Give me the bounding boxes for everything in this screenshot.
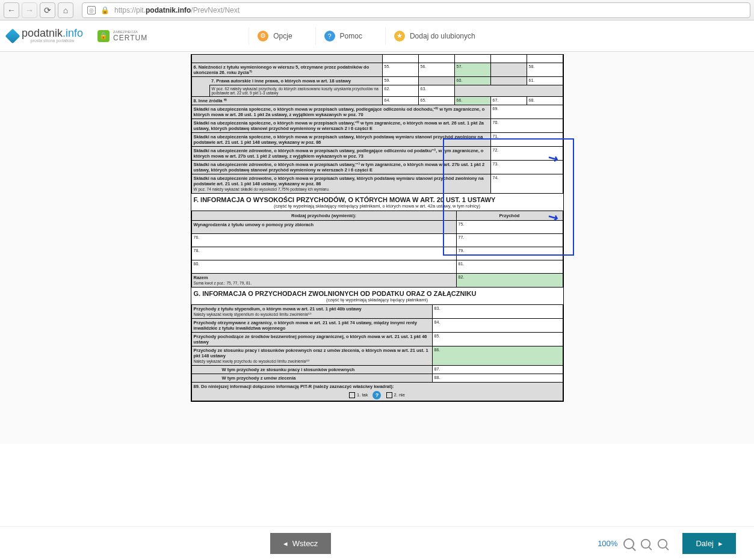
cell-67[interactable]: 67.: [490, 97, 527, 105]
toolbar-pomoc[interactable]: ?Pomoc: [315, 27, 371, 45]
section-g-table: Przychody z tytułu stypendium, o którym …: [191, 304, 563, 401]
cell-84[interactable]: 84.: [432, 319, 563, 333]
logo-icon: [5, 28, 20, 43]
cell-65[interactable]: 65.: [418, 97, 454, 105]
row70-label: Składki na ubezpieczenia społeczne, o kt…: [191, 119, 490, 133]
row73-label: Składki na ubezpieczenie zdrowotne, o kt…: [191, 161, 490, 174]
certum-lock-icon: 🔒: [97, 30, 110, 42]
row71-label: Składki na ubezpieczenia społeczne, o kt…: [191, 133, 490, 147]
help-icon: ?: [324, 31, 335, 42]
cell-75[interactable]: 75.: [456, 221, 563, 234]
row7-label: 7. Prawa autorskie i inne prawa, o który…: [209, 77, 382, 85]
cell-72[interactable]: 72.: [490, 147, 563, 161]
cell-57[interactable]: 57.: [454, 63, 490, 77]
logo-sub: prosta strona podatków: [22, 38, 83, 45]
cell-71[interactable]: 71.: [490, 133, 563, 147]
section-f-title: F. INFORMACJA O WYSOKOŚCI PRZYCHODÓW, O …: [191, 194, 563, 203]
url-bar[interactable]: ◎ 🔒 https://pit.podatnik.info/PrevNext/N…: [82, 2, 750, 18]
browser-chrome: ← → ⟳ ⌂ ◎ 🔒 https://pit.podatnik.info/Pr…: [0, 0, 754, 20]
cell-56[interactable]: 56.: [418, 63, 454, 77]
g89: 89. Do niniejszej informacji dołączono i…: [191, 383, 563, 401]
logo[interactable]: podatnik.info prosta strona podatków: [7, 27, 83, 45]
g87: W tym przychody ze stosunku pracy i stos…: [191, 366, 432, 374]
cell-80[interactable]: 80.: [191, 260, 456, 274]
cell-86[interactable]: 86.: [432, 346, 563, 366]
cell-87[interactable]: 87.: [432, 366, 563, 374]
cell-62[interactable]: 62.: [382, 85, 418, 97]
g84: Przychody otrzymywane z zagranicy, o któ…: [191, 319, 432, 333]
cell-63[interactable]: 63.: [418, 85, 454, 97]
cell-83[interactable]: 83.: [432, 305, 563, 319]
checkbox-nie[interactable]: [386, 392, 392, 398]
cell-58[interactable]: 58.: [527, 63, 563, 77]
nav-back[interactable]: ←: [4, 2, 19, 18]
checkbox-tak[interactable]: [349, 392, 355, 398]
cell-64[interactable]: 64.: [382, 97, 418, 105]
row6-label: 6. Należności z tytułu wymienionego w wi…: [191, 63, 382, 77]
cell-74[interactable]: 74.: [490, 174, 563, 194]
help-icon-89[interactable]: ?: [372, 391, 381, 399]
cell-59[interactable]: 59.: [382, 77, 418, 85]
row74-label: Składki na ubezpieczenie zdrowotne, o kt…: [191, 174, 490, 194]
cell-66[interactable]: 66.: [454, 97, 490, 105]
certum-badge: 🔒 ZABEZPIECZACERTUM: [97, 30, 147, 42]
url-text: https://pit.podatnik.info/PrevNext/Next: [114, 6, 239, 14]
row69-label: Składki na ubezpieczenia społeczne, o kt…: [191, 105, 490, 119]
f-row1: Wynagrodzenia z tytułu umowy o pomocy pr…: [191, 221, 456, 234]
section-e-table: 6. Należności z tytułu wymienionego w wi…: [191, 55, 563, 194]
g85: Przychody pochodzące ze środków bezzwrot…: [191, 333, 432, 346]
section-g-title: G. INFORMACJA O PRZYCHODACH ZWOLNIONYCH …: [191, 288, 563, 297]
toolbar-opcje[interactable]: ⚙Opcje: [249, 27, 300, 45]
g83: Przychody z tytułu stypendium, o którym …: [191, 305, 432, 319]
cell-68[interactable]: 68.: [527, 97, 563, 105]
cell-78[interactable]: 78.: [191, 247, 456, 260]
cell-73[interactable]: 73.: [490, 161, 563, 174]
row72-label: Składki na ubezpieczenie zdrowotne, o kt…: [191, 147, 490, 161]
cell-85[interactable]: 85.: [432, 333, 563, 346]
form-sheet: 6. Należności z tytułu wymienionego w wi…: [191, 54, 564, 402]
gear-icon: ⚙: [258, 31, 268, 42]
cell-60[interactable]: 60.: [454, 77, 490, 85]
g86: Przychody ze stosunku pracy i stosunków …: [191, 346, 432, 366]
section-f-table: Rodzaj przychodu (wymienić): Przychód Wy…: [191, 211, 563, 288]
f-col1: Rodzaj przychodu (wymienić):: [191, 211, 456, 221]
cell-69[interactable]: 69.: [490, 105, 563, 119]
section-g-sub: (część tę wypełniają składający będący p…: [191, 297, 563, 304]
nav-forward[interactable]: →: [22, 2, 37, 18]
cell-79[interactable]: 79.: [456, 247, 563, 260]
cell-77[interactable]: 77.: [456, 234, 563, 247]
cell-55[interactable]: 55.: [382, 63, 418, 77]
cell-88[interactable]: 88.: [432, 374, 563, 383]
app-toolbar: podatnik.info prosta strona podatków 🔒 Z…: [0, 20, 754, 52]
cell-61[interactable]: 61.: [527, 77, 563, 85]
cell-70[interactable]: 70.: [490, 119, 563, 133]
section-f-sub: (część tę wypełniają składający niebędąc…: [191, 203, 563, 211]
f-col2: Przychód: [456, 211, 563, 221]
toolbar-fav[interactable]: ★Dodaj do ulubionych: [385, 27, 484, 45]
nav-home[interactable]: ⌂: [58, 2, 73, 18]
star-icon: ★: [394, 31, 405, 42]
cell-82[interactable]: 82.: [456, 274, 563, 288]
cell-81[interactable]: 81.: [456, 260, 563, 274]
shield-icon: ◎: [87, 6, 96, 14]
row7b-label: W poz. 62 należy wykazać przychody, do k…: [209, 85, 382, 97]
f-razem: RazemSuma kwot z poz.: 75, 77, 79, 81.: [191, 274, 456, 288]
cell-76[interactable]: 76.: [191, 234, 456, 247]
lock-icon: 🔒: [100, 6, 110, 14]
row8-label: 8. Inne źródła ⁸⁾: [191, 97, 382, 105]
g88: W tym przychody z umów zlecenia: [191, 374, 432, 383]
nav-reload[interactable]: ⟳: [40, 2, 55, 18]
